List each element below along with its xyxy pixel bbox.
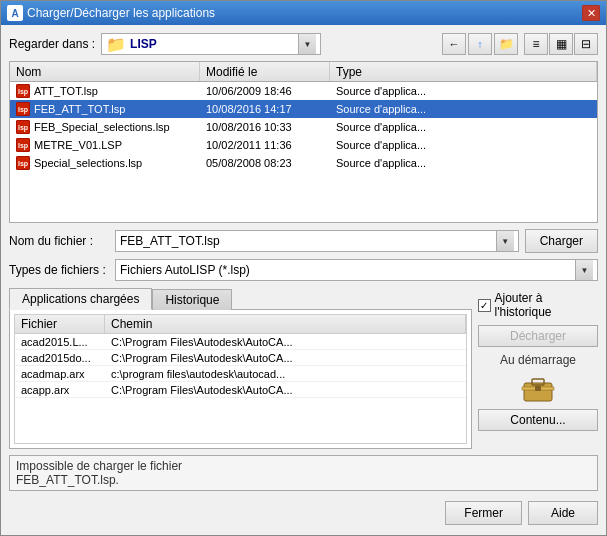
au-demarrage-label: Au démarrage — [500, 353, 576, 367]
filename-label: Nom du fichier : — [9, 234, 109, 248]
file-list-header: Nom Modifié le Type — [10, 62, 597, 82]
lookin-dropdown-btn[interactable]: ▼ — [298, 34, 316, 54]
loaded-file-cell: acad2015do... — [15, 351, 105, 365]
file-type-cell: Source d'applica... — [330, 138, 597, 152]
file-date-cell: 05/08/2008 08:23 — [200, 156, 330, 170]
view-details-button[interactable]: ▦ — [549, 33, 573, 55]
tabs-content: Fichier Chemin acad2015.L... C:\Program … — [9, 309, 472, 449]
fermer-button[interactable]: Fermer — [445, 501, 522, 525]
loaded-app-row[interactable]: acadmap.arx c:\program files\autodesk\au… — [15, 366, 466, 382]
file-list-body[interactable]: lsp ATT_TOT.lsp 10/06/2009 18:46 Source … — [10, 82, 597, 222]
up-button[interactable]: ↑ — [468, 33, 492, 55]
svg-rect-3 — [535, 386, 541, 391]
filetype-value: Fichiers AutoLISP (*.lsp) — [120, 263, 575, 277]
filetype-label: Types de fichiers : — [9, 263, 109, 277]
file-name-cell: lsp METRE_V01.LSP — [10, 137, 200, 153]
file-date-cell: 10/08/2016 10:33 — [200, 120, 330, 134]
file-name-cell: lsp FEB_Special_selections.lsp — [10, 119, 200, 135]
back-button[interactable]: ← — [442, 33, 466, 55]
main-body: Applications chargées Historique Fichier… — [9, 287, 598, 449]
lsp-icon: lsp — [16, 102, 30, 116]
loaded-path-cell: c:\program files\autodesk\autocad... — [105, 367, 466, 381]
filename-dropdown-btn[interactable]: ▼ — [496, 231, 514, 251]
dialog-content: Regarder dans : 📁 LISP ▼ ← ↑ 📁 ≡ ▦ — [1, 25, 606, 535]
status-line2: FEB_ATT_TOT.lsp. — [16, 473, 591, 487]
col-header-date: Modifié le — [200, 62, 330, 81]
file-name-cell: lsp ATT_TOT.lsp — [10, 83, 200, 99]
file-list-container: Nom Modifié le Type lsp ATT_TOT.lsp 10/0… — [9, 61, 598, 223]
app-icon: A — [7, 5, 23, 21]
briefcase-icon — [520, 373, 556, 403]
charger-button[interactable]: Charger — [525, 229, 598, 253]
add-to-history-checkbox[interactable] — [478, 299, 491, 312]
loaded-file-cell: acad2015.L... — [15, 335, 105, 349]
view-list-button[interactable]: ≡ — [524, 33, 548, 55]
aide-button[interactable]: Aide — [528, 501, 598, 525]
col-header-type: Type — [330, 62, 597, 81]
file-list-row[interactable]: lsp ATT_TOT.lsp 10/06/2009 18:46 Source … — [10, 82, 597, 100]
lsp-icon: lsp — [16, 156, 30, 170]
lookin-value: LISP — [130, 37, 298, 51]
view-buttons: ≡ ▦ ⊟ — [524, 33, 598, 55]
filetype-row: Types de fichiers : Fichiers AutoLISP (*… — [9, 259, 598, 281]
file-type-cell: Source d'applica... — [330, 120, 597, 134]
left-panel: Applications chargées Historique Fichier… — [9, 287, 472, 449]
tab-historique[interactable]: Historique — [152, 289, 232, 310]
view-more-button[interactable]: ⊟ — [574, 33, 598, 55]
window-title: Charger/Décharger les applications — [27, 6, 215, 20]
add-to-history-label: Ajouter à l'historique — [495, 291, 599, 319]
file-type-cell: Source d'applica... — [330, 84, 597, 98]
loaded-app-row[interactable]: acad2015do... C:\Program Files\Autodesk\… — [15, 350, 466, 366]
file-list-row[interactable]: lsp Special_selections.lsp 05/08/2008 08… — [10, 154, 597, 172]
col-header-fichier: Fichier — [15, 315, 105, 333]
lsp-icon: lsp — [16, 120, 30, 134]
lookin-row: Regarder dans : 📁 LISP ▼ ← ↑ 📁 ≡ ▦ — [9, 33, 598, 55]
file-name-cell: lsp Special_selections.lsp — [10, 155, 200, 171]
lsp-icon: lsp — [16, 84, 30, 98]
loaded-app-row[interactable]: acapp.arx C:\Program Files\Autodesk\Auto… — [15, 382, 466, 398]
file-date-cell: 10/06/2009 18:46 — [200, 84, 330, 98]
lsp-icon: lsp — [16, 138, 30, 152]
contenu-button[interactable]: Contenu... — [478, 409, 598, 431]
file-type-cell: Source d'applica... — [330, 156, 597, 170]
loaded-file-cell: acadmap.arx — [15, 367, 105, 381]
col-header-chemin: Chemin — [105, 315, 466, 333]
filename-value: FEB_ATT_TOT.lsp — [120, 234, 496, 248]
right-panel: Ajouter à l'historique Décharger Au déma… — [478, 287, 598, 449]
status-line1: Impossible de charger le fichier — [16, 459, 591, 473]
file-date-cell: 10/08/2016 14:17 — [200, 102, 330, 116]
col-header-name: Nom — [10, 62, 200, 81]
decharger-button[interactable]: Décharger — [478, 325, 598, 347]
loaded-table-header: Fichier Chemin — [14, 314, 467, 333]
file-list-row[interactable]: lsp FEB_Special_selections.lsp 10/08/201… — [10, 118, 597, 136]
close-button[interactable]: ✕ — [582, 5, 600, 21]
loaded-path-cell: C:\Program Files\Autodesk\AutoCA... — [105, 351, 466, 365]
file-name-cell: lsp FEB_ATT_TOT.lsp — [10, 101, 200, 117]
titlebar: A Charger/Décharger les applications ✕ — [1, 1, 606, 25]
filename-combo[interactable]: FEB_ATT_TOT.lsp ▼ — [115, 230, 519, 252]
status-bar: Impossible de charger le fichier FEB_ATT… — [9, 455, 598, 491]
loaded-path-cell: C:\Program Files\Autodesk\AutoCA... — [105, 335, 466, 349]
lookin-label: Regarder dans : — [9, 37, 95, 51]
loaded-app-row[interactable]: acad2015.L... C:\Program Files\Autodesk\… — [15, 334, 466, 350]
bottom-buttons: Fermer Aide — [9, 497, 598, 527]
file-list-row[interactable]: lsp FEB_ATT_TOT.lsp 10/08/2016 14:17 Sou… — [10, 100, 597, 118]
toolbar-buttons: ← ↑ 📁 ≡ ▦ ⊟ — [442, 33, 598, 55]
loaded-file-cell: acapp.arx — [15, 383, 105, 397]
filetype-combo[interactable]: Fichiers AutoLISP (*.lsp) ▼ — [115, 259, 598, 281]
titlebar-left: A Charger/Décharger les applications — [7, 5, 215, 21]
add-to-history-row: Ajouter à l'historique — [478, 291, 598, 319]
filetype-dropdown-btn[interactable]: ▼ — [575, 260, 593, 280]
file-list-row[interactable]: lsp METRE_V01.LSP 10/02/2011 11:36 Sourc… — [10, 136, 597, 154]
tab-applications-chargees[interactable]: Applications chargées — [9, 288, 152, 310]
filename-row: Nom du fichier : FEB_ATT_TOT.lsp ▼ Charg… — [9, 229, 598, 253]
loaded-path-cell: C:\Program Files\Autodesk\AutoCA... — [105, 383, 466, 397]
lookin-combo[interactable]: 📁 LISP ▼ — [101, 33, 321, 55]
file-type-cell: Source d'applica... — [330, 102, 597, 116]
main-window: A Charger/Décharger les applications ✕ R… — [0, 0, 607, 536]
loaded-table-body[interactable]: acad2015.L... C:\Program Files\Autodesk\… — [14, 333, 467, 444]
file-date-cell: 10/02/2011 11:36 — [200, 138, 330, 152]
loaded-apps-table: Fichier Chemin acad2015.L... C:\Program … — [14, 314, 467, 444]
new-folder-button[interactable]: 📁 — [494, 33, 518, 55]
tabs-header: Applications chargées Historique — [9, 287, 472, 309]
